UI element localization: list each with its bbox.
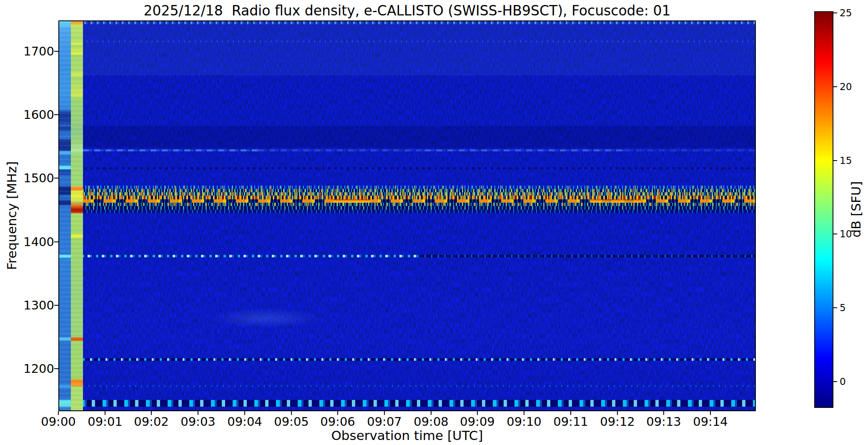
- rfi-line-1546-seg1: [83, 149, 258, 151]
- colorbar-tick-label: 25: [840, 8, 868, 18]
- band-row-5: [59, 203, 755, 206]
- faint-row-1715: [59, 40, 755, 43]
- band-hotspot-0912: [591, 199, 641, 203]
- rfi-line-1227: [59, 358, 755, 361]
- band-streak-row: [59, 199, 755, 203]
- dark-band-1550-1585: [59, 126, 755, 148]
- noise-texture: [59, 21, 756, 411]
- band-row-3: [59, 196, 755, 199]
- colorbar-axis-label: dB [SFU]: [848, 147, 863, 272]
- colorbar: [814, 11, 833, 408]
- band-row-2: [59, 192, 755, 196]
- y-tick-mark: [54, 114, 58, 115]
- band-row-6: [59, 206, 755, 210]
- band-top-fringe: [59, 186, 755, 189]
- y-tick-mark: [54, 241, 58, 242]
- band-bottom-fringe: [59, 210, 755, 213]
- x-axis-label: Observation time [UTC]: [58, 428, 756, 443]
- rfi-line-1390-left: [59, 255, 418, 257]
- rfi-line-1546-seg2: [258, 149, 425, 151]
- y-axis-label: Frequency [MHz]: [4, 132, 21, 299]
- colorbar-tick-mark: [833, 307, 837, 308]
- colorbar-tick-mark: [833, 86, 837, 87]
- colorbar-tick-mark: [833, 381, 837, 382]
- rfi-line-1546-seg3: [425, 149, 625, 151]
- calibration-texture: [59, 21, 83, 411]
- rfi-line-1546-seg4: [625, 149, 755, 151]
- rfi-line-1517: [59, 167, 755, 169]
- y-tick-mark: [54, 51, 58, 52]
- top-edge-bright-row: [59, 21, 755, 24]
- y-tick-label: 1200: [8, 362, 54, 376]
- colorbar-tick-label: 5: [840, 302, 868, 313]
- band-row-1: [59, 189, 755, 192]
- spectrogram-figure: 2025/12/18 Radio flux density, e-CALLIST…: [0, 0, 868, 445]
- y-tick-label: 1700: [8, 44, 54, 58]
- rfi-band-1155: [59, 400, 755, 407]
- x-tick-label: 09:14: [681, 415, 740, 429]
- y-tick-mark: [54, 368, 58, 369]
- page-title: 2025/12/18 Radio flux density, e-CALLIST…: [58, 3, 756, 19]
- colorbar-tick-label: 20: [840, 81, 868, 92]
- rfi-band-1450-1488: [59, 186, 755, 213]
- colorbar-tick-mark: [833, 234, 837, 234]
- y-tick-mark: [54, 178, 58, 179]
- spectrogram-plot-area: [58, 20, 756, 411]
- band-hotspot-0906: [332, 199, 371, 203]
- y-tick-mark: [54, 305, 58, 306]
- colorbar-tick-label: 0: [840, 376, 868, 387]
- rfi-line-1390-right: [418, 255, 755, 257]
- y-tick-label: 1300: [8, 298, 54, 312]
- colorbar-tick-mark: [833, 160, 837, 161]
- diffuse-blob-1250: [209, 308, 322, 328]
- upper-light-tint: [59, 21, 755, 75]
- colorbar-tick-mark: [833, 13, 837, 13]
- y-tick-label: 1600: [8, 108, 54, 122]
- rfi-line-1173: [59, 385, 755, 387]
